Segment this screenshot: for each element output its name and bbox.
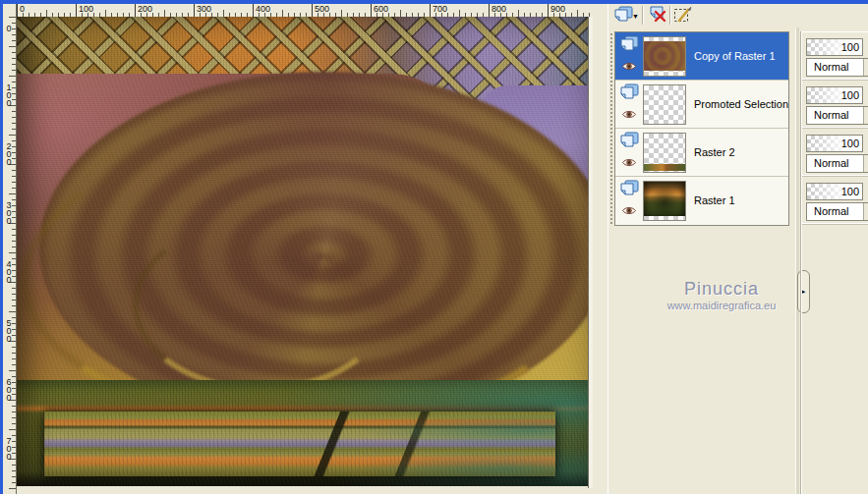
h-ruler-label: 300 bbox=[194, 4, 211, 17]
layers-toolbar: ▼ bbox=[608, 4, 868, 27]
layer-visibility-eye-icon[interactable] bbox=[621, 205, 637, 216]
opacity-value: 100 bbox=[841, 186, 859, 197]
new-layer-icon bbox=[613, 6, 633, 26]
delete-layer-icon bbox=[648, 6, 667, 26]
chevron-down-icon[interactable]: ▾ bbox=[863, 107, 868, 124]
v-ruler-label: 300 bbox=[4, 200, 14, 224]
v-ruler-label: 500 bbox=[4, 318, 14, 342]
blend-mode-value: Normal bbox=[814, 109, 848, 121]
canvas-window-edge bbox=[588, 17, 593, 488]
h-ruler-label: 100 bbox=[76, 4, 93, 17]
h-ruler-label: 400 bbox=[253, 4, 270, 17]
h-ruler-label: 800 bbox=[489, 4, 506, 17]
raster-layer-icon bbox=[619, 83, 639, 101]
opacity-slider[interactable]: 100 bbox=[806, 86, 863, 104]
layer-row-copy-of-raster-1[interactable]: Copy of Raster 1 bbox=[615, 32, 788, 81]
layer-row-promoted-selection[interactable]: Promoted Selection bbox=[615, 81, 788, 129]
chevron-down-icon[interactable]: ▾ bbox=[863, 59, 868, 76]
blend-mode-value: Normal bbox=[814, 61, 848, 73]
edit-selection-icon bbox=[673, 6, 693, 26]
opacity-value: 100 bbox=[841, 137, 859, 149]
new-layer-dropdown-arrow[interactable]: ▼ bbox=[632, 13, 639, 20]
raster-layer-icon bbox=[619, 35, 639, 53]
blend-mode-select[interactable]: Normal ▾ bbox=[806, 154, 868, 173]
vertical-ruler[interactable]: 0 100 200 300 400 500 600 700 bbox=[3, 4, 17, 494]
toolbar-separator bbox=[669, 6, 670, 25]
layer-controls-column: 100 Normal ▾ 100 Normal ▾ 100 Normal ▾ bbox=[801, 31, 868, 494]
layer-name: Copy of Raster 1 bbox=[694, 50, 776, 62]
v-ruler-label: 400 bbox=[4, 259, 14, 283]
layer-visibility-eye-icon[interactable] bbox=[621, 109, 637, 120]
h-ruler-label: 200 bbox=[135, 4, 152, 17]
opacity-value: 100 bbox=[841, 89, 859, 101]
layer-thumbnail[interactable] bbox=[643, 36, 686, 77]
layer-controls-raster-2: 100 Normal ▾ bbox=[802, 129, 868, 177]
palette-splitter[interactable] bbox=[795, 27, 799, 494]
blend-mode-select[interactable]: Normal ▾ bbox=[806, 106, 868, 125]
layer-list: Copy of Raster 1 Promoted Selection bbox=[614, 31, 789, 226]
v-ruler-label: 700 bbox=[4, 436, 14, 460]
v-ruler-label: 200 bbox=[4, 141, 14, 165]
h-ruler-label: 700 bbox=[430, 4, 447, 17]
h-ruler-label: 600 bbox=[371, 4, 388, 17]
app-window: 0 100 200 300 400 500 600 700 800 900 0 … bbox=[0, 0, 868, 494]
h-ruler-label: 0 bbox=[17, 4, 25, 17]
layer-controls-raster-1: 100 Normal ▾ bbox=[802, 177, 868, 225]
layer-visibility-eye-icon[interactable] bbox=[621, 157, 637, 168]
layer-row-raster-2[interactable]: Raster 2 bbox=[615, 129, 788, 177]
layer-controls-promoted-selection: 100 Normal ▾ bbox=[802, 81, 868, 129]
edit-selection-button[interactable] bbox=[671, 5, 695, 27]
blend-mode-select[interactable]: Normal ▾ bbox=[806, 202, 868, 221]
delete-layer-button[interactable] bbox=[646, 5, 669, 27]
chevron-down-icon[interactable]: ▾ bbox=[863, 155, 868, 172]
v-ruler-label: 0 bbox=[4, 24, 14, 31]
chevron-down-icon[interactable]: ▾ bbox=[863, 203, 868, 220]
blend-mode-value: Normal bbox=[814, 205, 848, 217]
h-ruler-label: 900 bbox=[548, 4, 565, 17]
v-ruler-label: 100 bbox=[4, 82, 14, 106]
texture-overlay bbox=[17, 17, 588, 486]
horizontal-ruler[interactable]: 0 100 200 300 400 500 600 700 800 900 bbox=[16, 4, 592, 18]
h-ruler-label: 500 bbox=[312, 4, 329, 17]
layer-thumbnail[interactable] bbox=[643, 84, 686, 125]
watermark-site: www.maidiregrafica.eu bbox=[638, 299, 805, 312]
blend-mode-select[interactable]: Normal ▾ bbox=[806, 58, 868, 77]
blend-mode-value: Normal bbox=[814, 157, 848, 169]
watermark: Pinuccia www.maidiregrafica.eu bbox=[638, 279, 805, 312]
layer-controls-copy-of-raster-1: 100 Normal ▾ bbox=[802, 32, 868, 81]
raster-layer-icon bbox=[619, 132, 639, 149]
v-ruler-label: 600 bbox=[4, 377, 14, 401]
layer-thumbnail[interactable] bbox=[643, 133, 686, 173]
layer-thumbnail[interactable] bbox=[643, 181, 686, 221]
opacity-value: 100 bbox=[841, 41, 859, 53]
canvas-image[interactable] bbox=[17, 17, 588, 486]
layer-row-raster-1[interactable]: Raster 1 bbox=[615, 177, 788, 225]
watermark-name: Pinuccia bbox=[638, 279, 805, 299]
layers-palette: ▼ bbox=[608, 4, 868, 494]
opacity-slider[interactable]: 100 bbox=[806, 135, 863, 152]
toolbar-separator bbox=[642, 6, 643, 25]
layer-name: Promoted Selection bbox=[694, 98, 788, 110]
opacity-slider[interactable]: 100 bbox=[806, 38, 863, 56]
layer-visibility-eye-icon[interactable] bbox=[621, 61, 637, 72]
layer-name: Raster 2 bbox=[694, 146, 735, 158]
opacity-slider[interactable]: 100 bbox=[806, 183, 863, 200]
layer-name: Raster 1 bbox=[694, 194, 735, 206]
raster-layer-icon bbox=[619, 180, 639, 197]
